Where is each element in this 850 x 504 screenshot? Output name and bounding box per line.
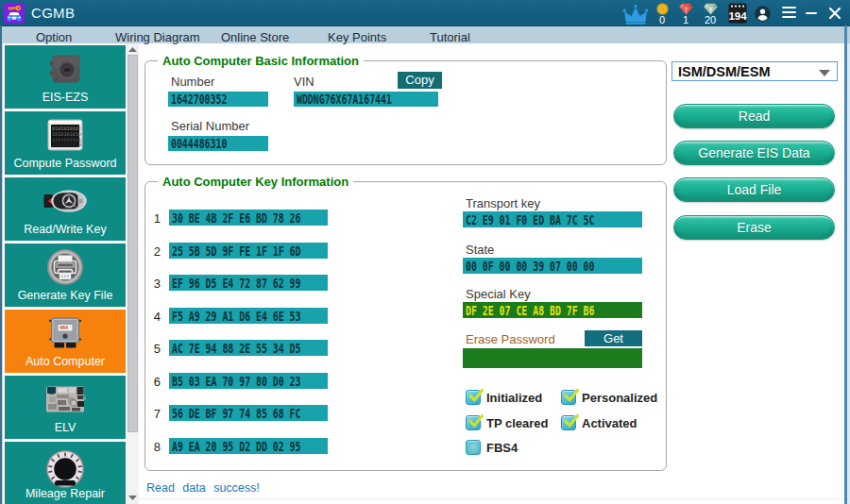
vin-label: VIN (294, 76, 314, 89)
svg-text:464: 464 (60, 325, 68, 330)
key-row-value: 30 BE 4B 2F E6 BD 78 26 (172, 211, 300, 225)
sidebar-item-generate-key-file[interactable]: Generate Key File (5, 244, 126, 307)
key-row-value: 25 5B 5D 9F FE 1F 1F 6D (172, 244, 300, 258)
state-field[interactable]: 00 0F 00 00 39 07 00 00 (463, 258, 642, 274)
number-field[interactable]: 1642700352 (168, 92, 268, 107)
title-bar: CGMB 0 1 (0, 0, 850, 25)
close-button[interactable] (829, 8, 841, 19)
sidebar-item-auto-computer[interactable]: 464 Auto Computer (5, 310, 126, 373)
svg-text:1010101010: 1010101010 (52, 142, 81, 147)
menu-online-store[interactable]: Online Store (221, 31, 289, 44)
serial-number-label: Serial Number (171, 120, 249, 133)
sidebar-item-label: Mileage Repair (5, 487, 126, 500)
key-row-value: 56 DE BF 97 74 85 68 FC (172, 407, 300, 420)
checkbox-personalized[interactable] (561, 390, 576, 405)
sidebar-item-read-write-key[interactable]: Read/Write Key (5, 177, 126, 241)
scrollbar-thumb[interactable] (128, 55, 138, 432)
special-key-label: Special Key (466, 288, 531, 301)
check-icon (563, 413, 581, 429)
binary-screen-icon: 0101010101 1010101010 0101010101 1010101… (5, 113, 126, 157)
app-window: CGMB 0 1 (0, 0, 850, 504)
read-button[interactable]: Read (673, 104, 835, 128)
window-title: CGMB (31, 5, 75, 21)
sidebar-scrollbar[interactable] (127, 43, 139, 504)
scroll-down-button[interactable] (127, 492, 139, 504)
speedometer-icon (5, 444, 126, 487)
checkbox-initialized[interactable] (466, 390, 481, 405)
erase-password-label: Erase Password (466, 333, 555, 346)
crown-icon[interactable] (622, 4, 651, 25)
key-row-field[interactable]: 30 BE 4B 2F E6 BD 78 26 (169, 210, 328, 226)
sidebar-item-label: Read/Write Key (5, 223, 126, 236)
chevron-down-icon (819, 70, 830, 76)
get-button[interactable]: Get (585, 330, 642, 346)
state-label: State (466, 244, 494, 257)
key-row-field[interactable]: AC 7E 94 88 2E 55 34 D5 (169, 340, 328, 356)
menu-option[interactable]: Option (36, 31, 72, 44)
menu-wiring-diagram[interactable]: Wiring Diagram (115, 31, 200, 44)
module-type-dropdown[interactable]: ISM/DSM/ESM (672, 61, 838, 81)
key-row-value: EF 96 D5 E4 72 87 62 99 (172, 277, 300, 290)
transport-key-field[interactable]: C2 E9 01 F0 ED BA 7C 5C (463, 211, 642, 227)
copy-button[interactable]: Copy (398, 72, 442, 89)
key-row-number: 6 (149, 375, 161, 389)
red-gems-counter[interactable]: 1 (674, 1, 697, 25)
erase-button[interactable]: Erase (673, 215, 835, 240)
key-row-number: 7 (149, 407, 161, 421)
calendar-icon[interactable]: 194 (728, 2, 747, 25)
sidebar-item-mileage-repair[interactable]: Mileage Repair (5, 442, 126, 504)
number-value: 1642700352 (171, 92, 227, 106)
vin-field[interactable]: WDDNG76X67A167441 (294, 92, 438, 107)
generate-eis-data-button[interactable]: Generate EIS Data (673, 141, 835, 165)
load-file-button[interactable]: Load File (673, 177, 835, 202)
green-gems-counter[interactable]: 20 (699, 1, 722, 25)
key-row-number: 1 (149, 211, 161, 226)
key-row-field[interactable]: A9 EA 20 95 D2 DD 02 95 (169, 438, 328, 454)
sidebar-item-eis-ezs[interactable]: EIS-EZS (5, 45, 126, 109)
sidebar-item-elv[interactable]: ELV (5, 376, 126, 439)
check-icon (468, 413, 485, 429)
hamburger-menu-button[interactable] (782, 7, 796, 19)
svg-text:194: 194 (728, 10, 747, 22)
user-account-icon[interactable] (755, 6, 771, 22)
menu-key-points[interactable]: Key Points (328, 31, 386, 44)
key-row-number: 3 (149, 277, 161, 291)
status-separator (139, 498, 844, 499)
key-row-field[interactable]: F5 A9 29 A1 D6 E4 6E 53 (169, 308, 328, 324)
key-row-value: A9 EA 20 95 D2 DD 02 95 (172, 440, 300, 453)
checkbox-label: FBS4 (486, 441, 518, 456)
special-key-field[interactable]: DF 2E 07 CE A8 BD 7F B6 (463, 302, 642, 318)
erase-password-field[interactable] (463, 348, 642, 368)
sidebar-item-compute-password[interactable]: 0101010101 1010101010 0101010101 1010101… (5, 111, 126, 175)
coins-count: 0 (651, 15, 673, 25)
green-gems-count: 20 (699, 15, 722, 25)
status-message: Read data success! (146, 481, 260, 495)
minimize-button[interactable] (806, 12, 817, 14)
transport-key-value: C2 E9 01 F0 ED BA 7C 5C (466, 213, 594, 227)
coins-counter[interactable]: 0 (651, 1, 673, 25)
sidebar-item-label: EIS-EZS (5, 91, 126, 104)
checkbox-fbs4[interactable] (466, 440, 481, 455)
special-key-value: DF 2E 07 CE A8 BD 7F B6 (466, 304, 594, 317)
checkbox-activated[interactable] (561, 415, 576, 430)
key-row-number: 5 (149, 342, 161, 356)
key-row-field[interactable]: EF 96 D5 E4 72 87 62 99 (169, 275, 328, 291)
checkbox-label: Personalized (582, 391, 657, 406)
menu-bar: Option Wiring Diagram Online Store Key P… (0, 25, 850, 43)
menu-tutorial[interactable]: Tutorial (430, 31, 470, 44)
car-key-icon (5, 179, 126, 223)
key-row-number: 4 (149, 310, 161, 324)
checkbox-label: Activated (582, 416, 638, 431)
ecu-module-icon: 464 (5, 311, 126, 355)
window-border-left-inner (2, 43, 3, 504)
key-row-field[interactable]: 56 DE BF 97 74 85 68 FC (169, 405, 328, 421)
sidebar-item-label: Auto Computer (5, 355, 126, 368)
key-row-number: 2 (149, 244, 161, 259)
key-row-field[interactable]: 25 5B 5D 9F FE 1F 1F 6D (169, 243, 328, 259)
serial-number-field[interactable]: 0044486310 (168, 136, 268, 151)
key-row-field[interactable]: B5 03 EA 70 97 80 D0 23 (169, 373, 328, 389)
elv-board-icon (5, 378, 126, 421)
checkbox-label: Initialized (486, 391, 542, 406)
key-row-value: AC 7E 94 88 2E 55 34 D5 (172, 342, 300, 355)
checkbox-tp-cleared[interactable] (466, 415, 481, 430)
